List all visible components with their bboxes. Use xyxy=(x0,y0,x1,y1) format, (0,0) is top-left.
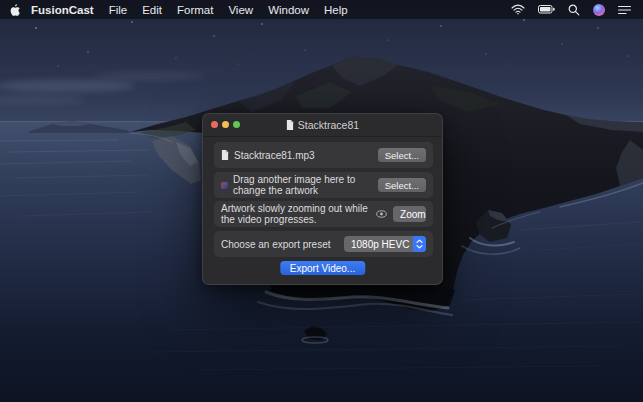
audio-filename: Stacktrace81.mp3 xyxy=(234,150,315,161)
motion-dropdown[interactable]: Zoom xyxy=(393,206,426,222)
artwork-drop-row[interactable]: Drag another image here to change the ar… xyxy=(214,172,433,198)
menu-bar: FusionCast File Edit Format View Window … xyxy=(0,0,643,19)
motion-dropdown-value: Zoom xyxy=(400,209,426,220)
menu-edit[interactable]: Edit xyxy=(142,4,162,16)
active-app-name[interactable]: FusionCast xyxy=(31,4,94,16)
preview-eye-icon[interactable] xyxy=(376,210,387,218)
close-button[interactable] xyxy=(211,121,218,128)
artwork-select-button[interactable]: Select... xyxy=(378,178,426,192)
motion-effect-label: Artwork slowly zooming out while the vid… xyxy=(221,203,376,225)
wifi-icon[interactable] xyxy=(511,4,525,15)
document-proxy-icon xyxy=(286,120,294,130)
menu-view[interactable]: View xyxy=(228,4,253,16)
zoom-button[interactable] xyxy=(233,121,240,128)
menu-help[interactable]: Help xyxy=(324,4,348,16)
siri-icon[interactable] xyxy=(593,4,605,16)
menu-window[interactable]: Window xyxy=(268,4,309,16)
export-preset-label: Choose an export preset xyxy=(221,239,331,250)
artwork-drop-label: Drag another image here to change the ar… xyxy=(233,174,378,196)
window-titlebar[interactable]: Stacktrace81 xyxy=(203,114,442,137)
preset-dropdown-value: 1080p HEVC xyxy=(351,239,409,250)
stepper-arrows-icon xyxy=(413,236,426,252)
battery-icon[interactable] xyxy=(538,5,555,14)
spotlight-search-icon[interactable] xyxy=(568,4,580,16)
menu-format[interactable]: Format xyxy=(177,4,213,16)
menu-file[interactable]: File xyxy=(109,4,128,16)
audio-file-icon xyxy=(221,150,229,160)
minimize-button[interactable] xyxy=(222,121,229,128)
window-title: Stacktrace81 xyxy=(298,119,359,131)
audio-file-row: Stacktrace81.mp3 Select... xyxy=(214,142,433,168)
apple-menu-icon[interactable] xyxy=(10,3,21,17)
artwork-thumbnail-icon xyxy=(221,182,228,189)
preset-dropdown[interactable]: 1080p HEVC xyxy=(344,236,426,252)
export-preset-row: Choose an export preset 1080p HEVC xyxy=(214,231,433,257)
export-video-button[interactable]: Export Video... xyxy=(280,261,365,275)
motion-effect-row: Artwork slowly zooming out while the vid… xyxy=(214,201,433,227)
desktop: FusionCast File Edit Format View Window … xyxy=(0,0,643,402)
audio-select-button[interactable]: Select... xyxy=(378,148,426,162)
fusioncast-window: Stacktrace81 Stacktrace81.mp3 Select... … xyxy=(202,113,443,285)
notification-center-icon[interactable] xyxy=(618,5,631,15)
